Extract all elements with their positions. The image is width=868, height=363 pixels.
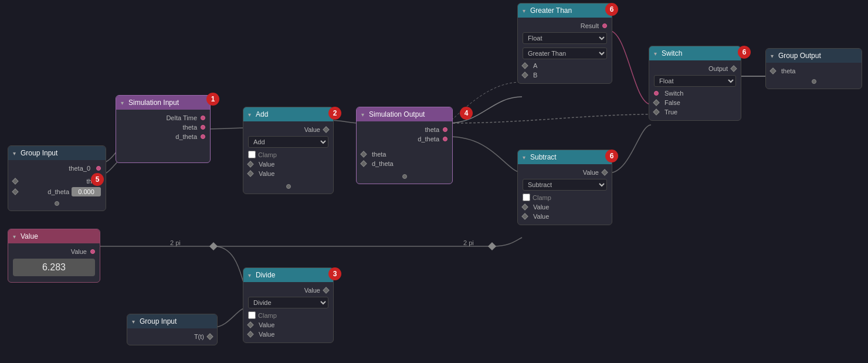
divide-type-select[interactable]: Divide <box>248 297 328 308</box>
sim-out-theta-label: theta <box>425 126 439 133</box>
add-val2-socket <box>247 170 253 177</box>
switch-in-row: Switch <box>654 89 736 98</box>
sim-input-header: ▾ Simulation Input <box>116 96 210 110</box>
switch-true-socket <box>653 108 659 115</box>
gt-result-label: Result <box>581 22 599 29</box>
value-display[interactable]: 6.283 <box>13 259 95 276</box>
sim-out-dtheta-socket <box>443 137 447 141</box>
sim-out-title: Simulation Output <box>369 110 425 118</box>
add-value-out: Value <box>248 125 328 134</box>
divide-clamp-label: Clamp <box>258 312 277 319</box>
sim-out-theta-socket <box>443 127 447 132</box>
add-val2-label: Value <box>259 170 274 177</box>
sub-val2-row: Value <box>523 212 607 221</box>
badge-3: 3 <box>328 267 341 280</box>
divide-val1-row: Value <box>248 320 328 330</box>
sim-out-theta-in-socket <box>360 151 367 157</box>
delta-time-row: Delta Time <box>121 113 205 123</box>
sub-clamp-row: Clamp <box>523 192 607 202</box>
theta0-row: theta_0 <box>13 164 101 173</box>
divide-clamp-cb[interactable] <box>248 311 256 319</box>
add-type-select[interactable]: Add <box>248 136 328 148</box>
sim-out-dtheta-row: d_theta <box>361 134 447 144</box>
value-out-row: Value <box>13 247 95 256</box>
badge-1: 1 <box>206 93 219 106</box>
value-out-label: Value <box>71 248 87 255</box>
gt-result-socket <box>602 23 607 28</box>
add-clamp-cb[interactable] <box>248 151 256 158</box>
switch-float-select[interactable]: Float <box>654 75 736 87</box>
greater-than-top: ▾ Greater Than Result Float Greater Than… <box>517 3 612 84</box>
two-pi-right: 2 pi <box>463 239 474 246</box>
add-val1-label: Value <box>259 161 274 168</box>
dtheta-in-socket <box>12 188 18 195</box>
badge-4: 4 <box>460 107 473 120</box>
dtheta-row: d_theta 0.000 <box>13 186 101 198</box>
sub-out-label: Value <box>583 169 599 176</box>
simulation-output: ▾ Simulation Output theta d_theta theta … <box>356 107 453 184</box>
group-input-bot-header: ▾ Group Input <box>127 314 217 328</box>
theta-in-socket <box>12 178 18 184</box>
add-val2-row: Value <box>248 169 328 178</box>
group-output: ▾ Group Output theta <box>765 48 862 89</box>
value-header: ▾ Value <box>8 229 100 243</box>
divide-val2-row: Value <box>248 330 328 339</box>
group-out-header: ▾ Group Output <box>766 49 862 63</box>
tt-out-label: T(t) <box>194 333 204 340</box>
switch-header: ▾ Switch <box>649 46 741 60</box>
add-bottom-socket <box>286 184 291 189</box>
badge-2: 2 <box>328 107 341 120</box>
divide-node: ▾ Divide Value Divide Clamp Value Value <box>243 267 334 343</box>
gt-a-label: A <box>533 62 537 69</box>
delta-time-label: Delta Time <box>166 114 197 121</box>
sim-input-title: Simulation Input <box>128 99 179 107</box>
sub-val1-label: Value <box>533 203 549 211</box>
tt-out-row: T(t) <box>132 332 212 341</box>
sub-val2-label: Value <box>533 213 549 220</box>
sim-out-dtheta-in-socket <box>360 160 367 167</box>
switch-in-label: Switch <box>664 90 683 97</box>
diamond-right <box>488 242 496 250</box>
gt-b-label: B <box>533 72 537 79</box>
group-out-theta-label: theta <box>781 67 795 74</box>
switch-title: Switch <box>662 49 682 57</box>
divide-clamp-row: Clamp <box>248 310 328 320</box>
dtheta-out-socket <box>201 134 205 139</box>
sim-out-dtheta-in-row: d_theta <box>361 159 447 168</box>
group-out-theta-row: theta <box>771 66 857 76</box>
group-input-top-header: ▾ Group Input <box>8 146 106 160</box>
gt-float-select[interactable]: Float <box>523 32 607 44</box>
group-out-theta-socket <box>769 67 776 74</box>
add-value-label: Value <box>304 126 320 133</box>
badge-6b: 6 <box>738 46 751 59</box>
theta-out-row: theta <box>121 123 205 132</box>
switch-out-label: Output <box>708 65 728 72</box>
switch-true-label: True <box>664 108 677 116</box>
switch-true-row: True <box>654 107 736 117</box>
sub-val1-row: Value <box>523 202 607 212</box>
theta-out-label: theta <box>183 124 197 131</box>
badge-5: 5 <box>91 173 104 186</box>
group-input-bot: ▾ Group Input T(t) <box>127 314 218 345</box>
dtheta-in-label: d_theta <box>48 188 69 195</box>
sim-out-bottom-socket <box>402 174 407 179</box>
tt-out-socket <box>206 333 213 340</box>
sub-out-socket <box>601 169 608 175</box>
sub-val2-socket <box>521 213 528 219</box>
sim-out-dtheta-label: d_theta <box>418 135 439 143</box>
sub-type-select[interactable]: Subtract <box>523 179 607 191</box>
divide-title: Divide <box>256 271 275 279</box>
theta0-label: theta_0 <box>69 165 90 172</box>
sim-out-theta-row: theta <box>361 125 447 134</box>
value-title: Value <box>21 232 38 240</box>
gt-type-select[interactable]: Greater Than <box>523 48 607 59</box>
add-clamp-label: Clamp <box>258 151 277 158</box>
group-input-bot-title: Group Input <box>140 317 177 325</box>
group-input-top-title: Group Input <box>21 149 57 157</box>
divide-val1-label: Value <box>259 321 274 328</box>
add-clamp-row: Clamp <box>248 150 328 160</box>
add-val1-socket <box>247 161 253 167</box>
divide-val2-label: Value <box>259 331 274 338</box>
sub-clamp-cb[interactable] <box>523 194 530 201</box>
simulation-input: ▾ Simulation Input Delta Time theta d_th… <box>116 95 211 163</box>
